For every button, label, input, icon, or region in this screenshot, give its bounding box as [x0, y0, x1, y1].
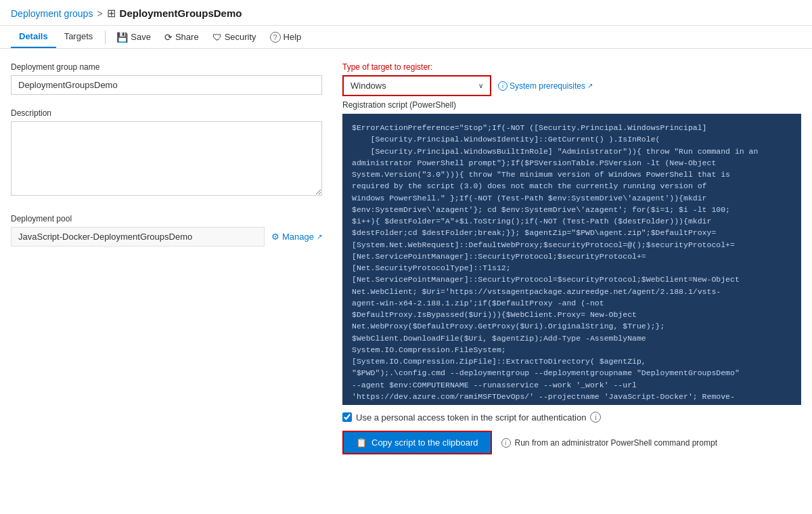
pool-section: Deployment pool ⚙ Manage ↗: [11, 214, 322, 247]
external-link-icon: ↗: [317, 233, 322, 240]
left-panel: Deployment group name Description Deploy…: [11, 62, 322, 454]
info-icon[interactable]: i: [590, 412, 601, 423]
script-box: $ErrorActionPreference="Stop";If(-NOT ([…: [342, 114, 801, 405]
right-panel: Type of target to register: Windows ∨ i …: [342, 62, 801, 454]
run-hint: i Run from an administrator PowerShell c…: [501, 438, 717, 448]
external-link-icon-2: ↗: [587, 82, 593, 89]
security-label: Security: [225, 32, 256, 42]
save-action[interactable]: 💾 Save: [110, 26, 158, 48]
copy-icon: 📋: [356, 437, 367, 448]
info-circle-icon-2: i: [501, 438, 511, 448]
manage-link[interactable]: ⚙ Manage ↗: [271, 232, 322, 242]
gear-icon: ⚙: [271, 232, 279, 242]
type-dropdown[interactable]: Windows ∨: [342, 75, 491, 96]
type-label: Type of target to register:: [342, 62, 801, 72]
help-action[interactable]: ? Help: [263, 26, 309, 48]
breadcrumb-parent-link[interactable]: Deployment groups: [11, 8, 93, 19]
name-field-label: Deployment group name: [11, 62, 322, 72]
name-field-group: Deployment group name: [11, 62, 322, 95]
system-prereq-label: System prerequisites: [510, 81, 585, 91]
copy-script-button[interactable]: 📋 Copy script to the clipboard: [342, 431, 492, 454]
type-value: Windows: [351, 81, 386, 91]
save-icon: 💾: [116, 32, 128, 43]
tab-details[interactable]: Details: [11, 26, 56, 48]
info-circle-icon: i: [498, 81, 508, 91]
chevron-down-icon: ∨: [478, 82, 483, 89]
share-icon: ⟳: [164, 32, 173, 43]
system-prereq-link[interactable]: i System prerequisites ↗: [498, 81, 593, 91]
pat-checkbox-label: Use a personal access token in the scrip…: [356, 412, 586, 423]
pool-input: [11, 227, 265, 247]
share-action[interactable]: ⟳ Share: [158, 26, 206, 48]
help-icon: ?: [270, 32, 281, 43]
desc-textarea[interactable]: [11, 121, 322, 196]
script-section-label: Registration script (PowerShell): [342, 100, 801, 110]
desc-field-label: Description: [11, 108, 322, 118]
run-hint-text: Run from an administrator PowerShell com…: [515, 438, 717, 448]
desc-field-group: Description: [11, 108, 322, 198]
breadcrumb-current: DeploymentGroupsDemo: [120, 7, 242, 19]
shield-icon: 🛡: [212, 32, 222, 43]
pat-checkbox[interactable]: [342, 412, 352, 422]
tab-targets[interactable]: Targets: [56, 26, 102, 48]
share-label: Share: [175, 32, 199, 42]
bottom-actions: 📋 Copy script to the clipboard i Run fro…: [342, 431, 801, 454]
save-label: Save: [131, 32, 151, 42]
manage-label: Manage: [282, 232, 314, 242]
breadcrumb-separator: >: [97, 8, 102, 19]
name-input[interactable]: [11, 75, 322, 95]
pool-label: Deployment pool: [11, 214, 322, 223]
security-action[interactable]: 🛡 Security: [206, 26, 263, 48]
breadcrumb-icon: ⊞: [107, 7, 116, 20]
copy-label: Copy script to the clipboard: [371, 437, 478, 448]
nav-divider: [105, 30, 106, 44]
help-label: Help: [284, 32, 302, 42]
